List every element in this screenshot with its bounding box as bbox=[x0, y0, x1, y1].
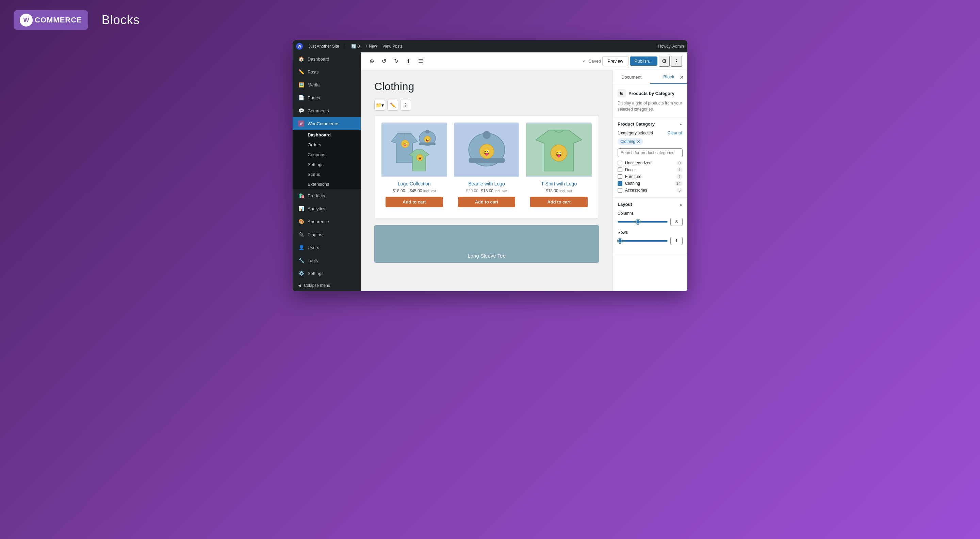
category-checkbox-furniture[interactable] bbox=[617, 174, 622, 179]
redo-button[interactable]: ↻ bbox=[391, 56, 401, 67]
info-button[interactable]: ℹ bbox=[403, 56, 414, 67]
category-checkbox-decor[interactable] bbox=[617, 167, 622, 172]
wp-logo: W bbox=[296, 43, 303, 50]
svg-rect-4 bbox=[419, 143, 436, 145]
undo-button[interactable]: ↺ bbox=[379, 56, 389, 67]
category-checkbox-uncategorized[interactable] bbox=[617, 161, 622, 165]
howdy-text: Howdy, Admin bbox=[658, 44, 684, 49]
tools-icon: 🔧 bbox=[298, 257, 304, 263]
branding-header: W COMMERCE Blocks bbox=[14, 10, 966, 30]
clear-all-link[interactable]: Clear all bbox=[668, 131, 682, 135]
product-image-1: 😜 bbox=[454, 122, 520, 177]
site-name[interactable]: Just Another Site bbox=[308, 44, 339, 49]
sidebar-item-pages[interactable]: 📄 Pages bbox=[293, 91, 361, 104]
category-item-decor: Decor 1 bbox=[617, 167, 682, 172]
woo-orders-link[interactable]: Orders bbox=[293, 140, 361, 150]
product-info-2: T-Shirt with Logo $18.00 incl. vat Add t… bbox=[526, 177, 592, 211]
sidebar-item-media[interactable]: 🖼️ Media bbox=[293, 78, 361, 91]
admin-bar: W Just Another Site | 🔄 0 + New View Pos… bbox=[293, 40, 687, 52]
posts-icon: ✏️ bbox=[298, 69, 304, 75]
product-category-header[interactable]: Product Category ▲ bbox=[613, 118, 687, 131]
woo-settings-link[interactable]: Settings bbox=[293, 160, 361, 169]
add-to-cart-button-0[interactable]: Add to cart bbox=[385, 197, 443, 207]
sidebar-item-settings[interactable]: ⚙️ Settings bbox=[293, 267, 361, 280]
products-grid: 😜 😜 bbox=[382, 122, 592, 211]
sidebar-item-products[interactable]: 🛍️ Products bbox=[293, 189, 361, 202]
media-icon: 🖼️ bbox=[298, 82, 304, 88]
category-search-input[interactable] bbox=[617, 148, 682, 157]
category-selected-info: 1 category selected Clear all bbox=[617, 131, 682, 135]
svg-text:😜: 😜 bbox=[402, 142, 408, 146]
panel-close-button[interactable]: ✕ bbox=[679, 74, 684, 80]
users-icon: 👤 bbox=[298, 244, 304, 250]
svg-point-5 bbox=[425, 130, 430, 134]
block-more-button[interactable]: ⋮ bbox=[400, 100, 411, 111]
svg-point-13 bbox=[482, 131, 490, 139]
updates-count[interactable]: 🔄 0 bbox=[351, 44, 360, 49]
product-image-0: 😜 😜 bbox=[382, 122, 447, 177]
editor-toolbar: ⊕ ↺ ↻ ℹ ☰ ✓ Saved Preview Publish... ⚙ ⋮ bbox=[361, 52, 687, 70]
category-name-decor: Decor bbox=[625, 167, 674, 172]
add-to-cart-button-2[interactable]: Add to cart bbox=[530, 197, 588, 207]
woo-dashboard-link[interactable]: Dashboard bbox=[293, 130, 361, 140]
preview-button[interactable]: Preview bbox=[602, 56, 628, 66]
category-checkbox-accessories[interactable] bbox=[617, 188, 622, 192]
category-count-furniture: 1 bbox=[676, 174, 682, 179]
columns-slider[interactable] bbox=[617, 221, 668, 223]
sidebar-item-appearance[interactable]: 🎨 Apearence bbox=[293, 215, 361, 228]
woo-status-link[interactable]: Status bbox=[293, 169, 361, 179]
category-name-furniture: Furniture bbox=[625, 174, 674, 179]
sidebar-item-analytics[interactable]: 📊 Analytics bbox=[293, 202, 361, 215]
tab-document[interactable]: Document bbox=[613, 70, 650, 84]
layout-chevron-icon: ▲ bbox=[679, 202, 682, 206]
block-edit-button[interactable]: ✏️ bbox=[387, 100, 398, 111]
block-type-button[interactable]: 📁▾ bbox=[374, 100, 385, 111]
block-icon: ⊞ bbox=[617, 89, 626, 97]
product-category-section: Product Category ▲ 1 category selected C… bbox=[613, 118, 687, 198]
wp-editor: ⊕ ↺ ↻ ℹ ☰ ✓ Saved Preview Publish... ⚙ ⋮… bbox=[361, 52, 687, 291]
settings-toggle-button[interactable]: ⚙ bbox=[659, 56, 670, 67]
category-count-clothing: 14 bbox=[675, 181, 682, 186]
category-count-uncategorized: 0 bbox=[676, 161, 682, 165]
collapse-menu-button[interactable]: ◀ Colapse menu bbox=[293, 280, 361, 291]
list-view-button[interactable]: ☰ bbox=[415, 56, 426, 67]
sidebar-item-dashboard[interactable]: 🏠 Dashboard bbox=[293, 52, 361, 65]
analytics-icon: 📊 bbox=[298, 205, 304, 211]
block-inserter-button[interactable]: ⊕ bbox=[366, 56, 377, 67]
add-to-cart-button-1[interactable]: Add to cart bbox=[458, 197, 515, 207]
svg-text:😜: 😜 bbox=[418, 156, 422, 160]
sidebar-item-comments[interactable]: 💬 Comments bbox=[293, 104, 361, 117]
category-name-clothing: Clothing bbox=[625, 181, 672, 186]
product-card-0: 😜 😜 bbox=[382, 122, 447, 211]
rows-label: Rows bbox=[617, 230, 682, 235]
category-checkbox-clothing[interactable]: ✓ bbox=[617, 181, 622, 186]
block-name: Products by Category bbox=[628, 91, 675, 96]
sidebar-item-woocommerce[interactable]: W WooCommerce bbox=[293, 117, 361, 130]
sidebar-item-users[interactable]: 👤 Users bbox=[293, 241, 361, 254]
svg-text:😜: 😜 bbox=[425, 138, 430, 142]
block-description: Display a grid of products from your sel… bbox=[617, 100, 682, 112]
layout-section-header[interactable]: Layout ▲ bbox=[613, 198, 687, 211]
view-posts-link[interactable]: View Posts bbox=[382, 44, 402, 49]
sidebar-item-posts[interactable]: ✏️ Posts bbox=[293, 65, 361, 78]
product-name-2: T-Shirt with Logo bbox=[541, 181, 577, 186]
sidebar-item-plugins[interactable]: 🔌 Plugins bbox=[293, 228, 361, 241]
woocommerce-sidebar-icon: W bbox=[298, 121, 304, 127]
more-options-button[interactable]: ⋮ bbox=[671, 56, 682, 67]
woo-extensions-link[interactable]: Extensions bbox=[293, 179, 361, 189]
columns-value-input[interactable] bbox=[670, 218, 682, 226]
woo-coupons-link[interactable]: Coupons bbox=[293, 150, 361, 160]
layout-section-content: Columns Rows bbox=[613, 211, 687, 254]
publish-button[interactable]: Publish... bbox=[630, 56, 657, 66]
page-title[interactable]: Clothing bbox=[374, 80, 599, 93]
category-tag-remove-button[interactable]: ✕ bbox=[637, 140, 640, 144]
category-list: Uncategorized 0 Decor 1 bbox=[617, 161, 682, 192]
product-card-1: 😜 Beanie with Logo $20.00 $18.00 incl. v… bbox=[454, 122, 520, 211]
editor-body: Clothing 📁▾ ✏️ ⋮ bbox=[361, 70, 687, 291]
rows-slider[interactable] bbox=[617, 240, 668, 242]
wp-main: 🏠 Dashboard ✏️ Posts 🖼️ Media 📄 Pages 💬 … bbox=[293, 52, 687, 291]
sidebar-item-tools[interactable]: 🔧 Tools bbox=[293, 254, 361, 267]
rows-value-input[interactable] bbox=[670, 237, 682, 245]
plugins-icon: 🔌 bbox=[298, 231, 304, 237]
new-button[interactable]: + New bbox=[366, 44, 377, 49]
